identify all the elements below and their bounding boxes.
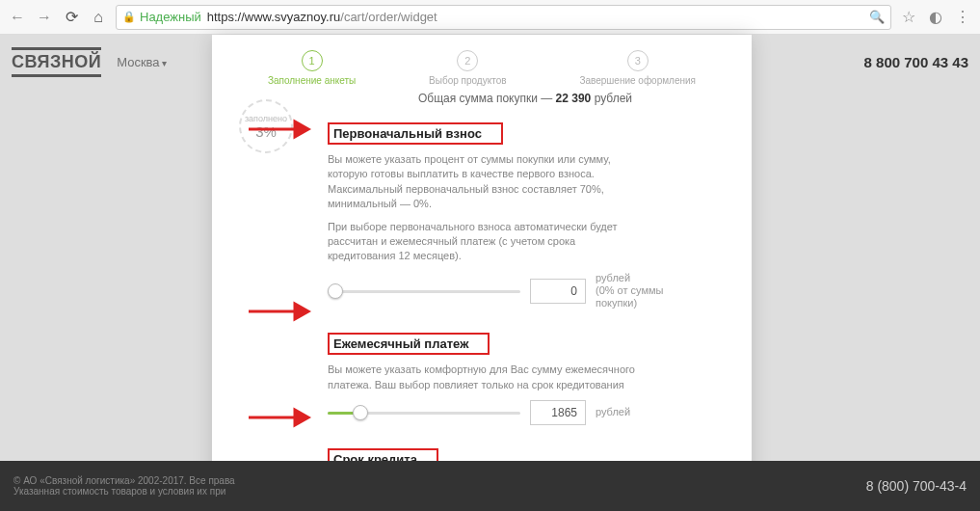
monthly-input[interactable] <box>530 400 586 425</box>
back-button[interactable]: ← <box>8 8 27 27</box>
address-bar[interactable]: 🔒 Надежный https://www.svyaznoy.ru/cart/… <box>116 5 891 30</box>
section-monthly: Ежемесячный платеж Вы можете указать ком… <box>328 333 723 425</box>
section-downpayment: Первоначальный взнос Вы можете указать п… <box>328 122 723 309</box>
annotation-arrow-2 <box>247 300 322 323</box>
reload-button[interactable]: ⟳ <box>62 8 81 27</box>
section-title-monthly: Ежемесячный платеж <box>328 333 490 355</box>
step-label: Выбор продуктов <box>429 75 506 86</box>
url-host: https://www.svyaznoy.ru <box>207 10 340 24</box>
downpayment-desc2: При выборе первоначального взноса автома… <box>328 220 646 264</box>
extension-icon[interactable]: ◐ <box>926 8 945 26</box>
footer-line2: Указанная стоимость товаров и условия их… <box>13 486 235 497</box>
step-1[interactable]: 1 Заполнение анкеты <box>268 50 356 86</box>
section-title-downpayment: Первоначальный взнос <box>328 122 503 145</box>
downpayment-slider[interactable] <box>328 283 520 299</box>
forward-button: → <box>35 8 54 27</box>
browser-chrome: ← → ⟳ ⌂ 🔒 Надежный https://www.svyaznoy.… <box>0 0 980 35</box>
downpayment-unit: рублей (0% от суммы покупки) <box>596 272 682 310</box>
monthly-desc: Вы можете указать комфортную для Вас сум… <box>328 363 646 392</box>
site-footer: © АО «Связной логистика» 2002-2017. Все … <box>0 461 980 511</box>
monthly-unit: рублей <box>596 406 630 418</box>
secure-label: Надежный <box>140 10 201 24</box>
order-widget-modal: 1 Заполнение анкеты 2 Выбор продуктов 3 … <box>212 35 752 511</box>
step-label: Завершение оформления <box>579 75 696 86</box>
search-icon[interactable]: 🔍 <box>869 10 885 24</box>
menu-icon[interactable]: ⋮ <box>953 8 972 26</box>
star-icon[interactable]: ☆ <box>899 8 918 26</box>
step-2[interactable]: 2 Выбор продуктов <box>429 50 506 86</box>
footer-phone: 8 (800) 700-43-4 <box>866 478 967 494</box>
secure-badge: 🔒 Надежный <box>122 10 201 24</box>
step-3[interactable]: 3 Завершение оформления <box>579 50 696 86</box>
steps-nav: 1 Заполнение анкеты 2 Выбор продуктов 3 … <box>212 46 752 92</box>
step-label: Заполнение анкеты <box>268 75 356 86</box>
downpayment-input[interactable] <box>530 279 586 304</box>
footer-copyright: © АО «Связной логистика» 2002-2017. Все … <box>13 475 235 486</box>
monthly-slider[interactable] <box>328 405 520 420</box>
lock-icon: 🔒 <box>122 11 136 23</box>
url-path: /cart/order/widget <box>340 10 437 24</box>
total-line: Общая сумма покупки — 22 390 рублей <box>328 92 723 105</box>
annotation-arrow-3 <box>247 406 322 429</box>
home-button[interactable]: ⌂ <box>89 8 108 27</box>
downpayment-desc1: Вы можете указать процент от суммы покуп… <box>328 152 646 212</box>
annotation-arrow-1 <box>247 118 322 141</box>
